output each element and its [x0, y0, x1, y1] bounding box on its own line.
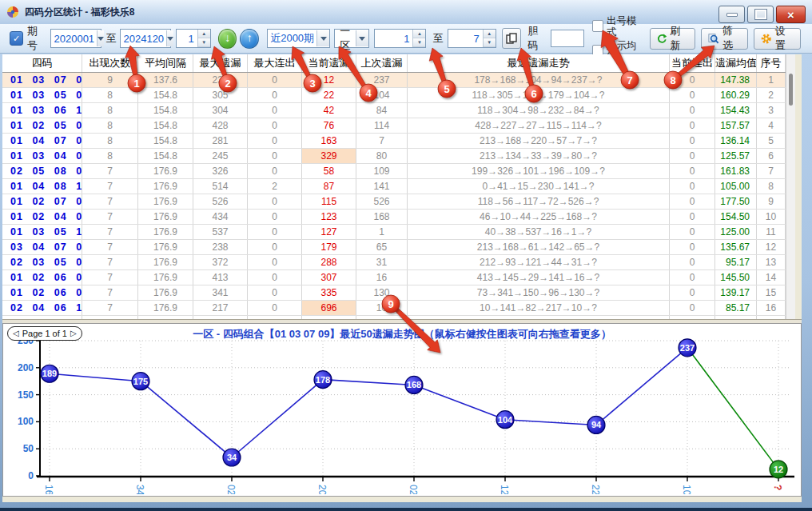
table-cell: 01 02 06 09 [2, 270, 82, 285]
table-cell: 7 [82, 270, 138, 285]
header-cell: 序号 [757, 54, 786, 72]
table-cell: 7 [82, 285, 138, 300]
prev-step-button[interactable]: ↑ [240, 29, 259, 49]
table-row[interactable]: 01 04 07 098154.828101637213→168→220→57→… [2, 134, 795, 149]
table-cell: 237 [356, 73, 408, 87]
header-cell: 最大遗漏 [193, 54, 248, 72]
table-cell: 238 [193, 240, 248, 254]
table-row[interactable]: 01 03 05 107176.95370127140→38→537→16→1→… [2, 225, 795, 240]
table-cell: 9 [82, 73, 138, 87]
table-cell: 428 [193, 118, 248, 133]
table-cell: 2 [757, 88, 786, 102]
table-cell: 0 [248, 194, 302, 209]
table-cell: 176.9 [138, 301, 193, 315]
table-cell: 7 [82, 255, 138, 269]
table-cell: 10 [757, 210, 786, 224]
danma-input[interactable] [551, 30, 584, 47]
table-row[interactable]: 01 03 05 068154.8305022104118→305→150→17… [2, 88, 795, 103]
window-bottom-border [0, 508, 812, 511]
spin-down-icon[interactable]: ▼ [484, 38, 496, 47]
table-cell: 01 03 04 07 [2, 149, 82, 163]
y-tick-label: 200 [18, 362, 34, 373]
danma-label: 胆码 [527, 24, 547, 53]
table-cell: 288 [302, 255, 356, 269]
spin-up-icon[interactable]: ▲ [198, 30, 210, 38]
table-cell: 176.9 [138, 285, 193, 300]
period-to-combo[interactable]: 2024120 [120, 29, 171, 48]
table-cell: 14 [757, 270, 786, 285]
zone-combo[interactable]: 一区 [334, 29, 368, 48]
maximize-button[interactable] [747, 6, 774, 23]
table-cell: 22 [302, 88, 356, 102]
period-checkbox[interactable]: ✓ [10, 31, 23, 46]
table-scrollbar[interactable] [786, 54, 795, 319]
page-next-button[interactable]: ▷ [70, 329, 77, 337]
table-cell: 12 [757, 240, 786, 254]
minimize-icon [726, 13, 738, 17]
x-tick-label: 126 [499, 485, 510, 494]
table-row[interactable]: 01 02 06 097176.9413030716413→145→29→141… [2, 270, 795, 285]
spin-down-icon[interactable]: ▼ [413, 38, 425, 47]
step-spinner[interactable]: 1 ▲ ▼ [176, 29, 210, 48]
table-row[interactable]: 01 03 04 078154.8245032980213→134→33→39→… [2, 149, 795, 164]
table-row[interactable]: 01 03 07 099137.6237012237178→168→104→94… [2, 73, 795, 88]
table-cell: 307 [302, 270, 356, 285]
table-row[interactable]: 01 02 04 087176.9434012316846→10→44→225→… [2, 210, 795, 225]
copy-button[interactable] [502, 28, 522, 49]
table-row[interactable]: 02 05 08 097176.9326058109199→326→101→19… [2, 164, 795, 179]
table-row[interactable]: 01 02 06 087176.9341033513073→341→150→96… [2, 285, 795, 301]
table-cell: 176.9 [138, 210, 193, 224]
table-row[interactable]: 01 02 05 068154.8428076114428→227→27→115… [2, 118, 795, 134]
table-row[interactable]: 01 03 06 108154.830404284118→304→98→232→… [2, 103, 795, 118]
chart-line [687, 348, 778, 469]
table-row[interactable]: 02 04 06 107176.921706961010→141→82→217→… [2, 301, 795, 316]
table-cell: 87 [302, 179, 356, 194]
table-cell: 130 [356, 285, 408, 300]
settings-button[interactable]: 设置 [754, 28, 801, 50]
table-cell: 01 04 07 09 [2, 134, 82, 148]
spin-down-icon[interactable]: ▼ [198, 38, 210, 47]
y-tick-label: 0 [28, 470, 34, 481]
scrollbar-thumb[interactable] [789, 74, 793, 106]
table-cell: 413 [193, 270, 248, 285]
table-cell: 01 02 05 06 [2, 118, 82, 133]
table-cell: 176.9 [138, 270, 193, 285]
table-cell: 213→168→61→142→65→? [408, 240, 670, 254]
table-row[interactable]: 03 04 07 097176.9238017965213→168→61→142… [2, 240, 795, 255]
table-cell: 0 [670, 240, 715, 254]
page-prev-button[interactable]: ◁ [13, 329, 19, 337]
table-row[interactable]: 01 02 07 097176.95260115526118→56→117→72… [2, 194, 795, 210]
close-button[interactable]: × [776, 6, 806, 23]
table-cell: 0 [670, 118, 715, 133]
window-title: 四码分区统计 - 福彩快乐8 [25, 6, 134, 19]
x-tick-label: 021 [408, 485, 419, 494]
table-cell: 118→305→150→179→104→? [408, 88, 670, 102]
filter-button[interactable]: 筛选 [701, 28, 748, 50]
recent-range-combo[interactable]: 近2000期 [267, 29, 330, 48]
table-cell: 11 [757, 225, 786, 239]
x-tick-label: 340 [134, 485, 145, 494]
chart-point-label: 237 [680, 343, 695, 353]
table-cell: 0 [670, 210, 715, 224]
maximize-icon [755, 10, 766, 19]
table-cell: 114 [356, 118, 408, 133]
table-cell: 0 [248, 270, 302, 285]
pos-to-spinner[interactable]: 7 ▲ ▼ [448, 29, 496, 48]
refresh-button[interactable]: 刷新 [650, 28, 696, 50]
table-cell: 8 [757, 179, 786, 194]
arrow-up-icon: ↑ [247, 31, 253, 44]
table-row[interactable]: 02 03 05 087176.9372028831212→93→121→44→… [2, 255, 795, 270]
table-cell: 137.6 [138, 73, 193, 87]
next-step-button[interactable]: ↓ [218, 29, 237, 49]
spin-up-icon[interactable]: ▲ [484, 30, 496, 38]
period-from-combo[interactable]: 2020001 [50, 29, 102, 48]
spin-up-icon[interactable]: ▲ [413, 30, 425, 38]
x-tick-label: 221 [590, 485, 601, 494]
mode-checkbox[interactable] [592, 20, 603, 32]
minimize-button[interactable] [718, 6, 745, 23]
table-cell: 7 [82, 164, 138, 178]
table-cell: 115 [302, 194, 356, 209]
pos-from-spinner[interactable]: 1 ▲ ▼ [374, 29, 427, 48]
table-row[interactable]: 01 04 08 107176.95142871410→41→15→230→14… [2, 179, 795, 194]
table-cell: 0 [248, 285, 302, 300]
